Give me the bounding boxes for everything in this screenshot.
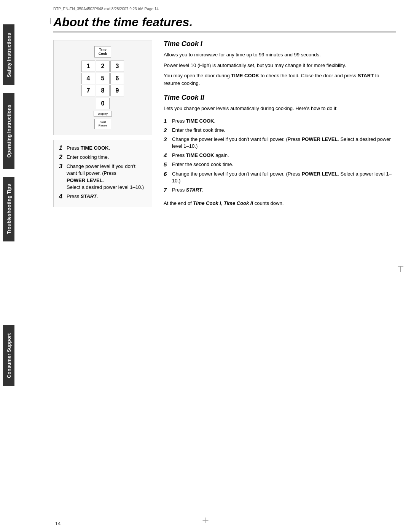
two-col-layout: Time Cook 1 2 3 4 5 6 7 8 9 0 Display <box>53 40 396 207</box>
tc2-step-2-num: 2 <box>164 127 172 134</box>
tc2-step-6-text: Change the power level if you don't want… <box>172 171 396 184</box>
key-1: 1 <box>81 61 95 72</box>
tc2-step-3-num: 3 <box>164 136 172 143</box>
time-cook-2-steps: 1 Press TIME COOK. 2 Enter the first coo… <box>164 118 396 194</box>
key-9: 9 <box>110 85 124 96</box>
sidebar-item-consumer: Consumer Support <box>3 325 14 386</box>
time-cook-2-title: Time Cook II <box>164 94 396 102</box>
page-number: 14 <box>55 521 61 526</box>
right-column: Time Cook I Allows you to microwave for … <box>164 40 396 207</box>
tc2-step-7-num: 7 <box>164 187 172 193</box>
tc2-step-4-text: Press TIME COOK again. <box>172 152 396 159</box>
footer-note: At the end of Time Cook I, Time Cook II … <box>164 200 396 207</box>
tc2-step-1-text: Press TIME COOK. <box>172 118 396 125</box>
key-2: 2 <box>96 61 110 72</box>
time-cook-1-para3: You may open the door during TIME COOK t… <box>164 72 396 87</box>
main-content: About the time features. Time Cook 1 2 3… <box>53 15 396 517</box>
time-cook-2-para1: Lets you change power levels automatical… <box>164 105 396 112</box>
left-column: Time Cook 1 2 3 4 5 6 7 8 9 0 Display <box>53 40 152 207</box>
key-0: 0 <box>96 98 110 109</box>
page-title: About the time features. <box>53 15 396 32</box>
key-7: 7 <box>81 85 95 96</box>
step-4-item: 4 Press START. <box>59 193 147 200</box>
step-3-text: Change power level if you don't want ful… <box>67 163 147 191</box>
step-4-text: Press START. <box>67 193 147 200</box>
tc2-step-2: 2 Enter the first cook time. <box>164 127 396 134</box>
time-cook-1-para2: Power level 10 (High) is automatically s… <box>164 62 396 69</box>
tc2-step-2-text: Enter the first cook time. <box>172 127 396 134</box>
tc2-step-1-num: 1 <box>164 118 172 125</box>
start-pause-label: Start Pause <box>94 119 112 129</box>
key-zero-row: 0 <box>96 98 110 109</box>
step-1-item: 1 Press TIME COOK. <box>59 145 147 152</box>
keypad-grid: 1 2 3 4 5 6 7 8 9 <box>81 61 124 96</box>
tc2-step-5: 5 Enter the second cook time. <box>164 161 396 168</box>
key-5: 5 <box>96 73 110 84</box>
step-1-text: Press TIME COOK. <box>67 145 147 152</box>
sidebar-item-operating: Operating Instructions <box>3 93 14 169</box>
sidebar-item-troubleshooting: Troubleshooting Tips <box>3 177 14 241</box>
key-4: 4 <box>81 73 95 84</box>
step-2-item: 2 Enter cooking time. <box>59 154 147 161</box>
time-cook-1-steps-box: 1 Press TIME COOK. 2 Enter cooking time.… <box>53 140 152 207</box>
display-label: Display <box>94 111 112 117</box>
tc2-step-1: 1 Press TIME COOK. <box>164 118 396 125</box>
key-6: 6 <box>110 73 124 84</box>
step-3-item: 3 Change power level if you don't want f… <box>59 163 147 191</box>
step-3-num: 3 <box>59 163 67 170</box>
file-info: DTP_EN-EN_350A4502P648.qxd 8/28/2007 9:2… <box>53 7 159 11</box>
tc2-step-4: 4 Press TIME COOK again. <box>164 152 396 159</box>
tc2-step-3: 3 Change the power level if you don't wa… <box>164 136 396 150</box>
step-4-num: 4 <box>59 193 67 200</box>
tc2-step-6: 6 Change the power level if you don't wa… <box>164 171 396 184</box>
sidebar-item-safety: Safety Instructions <box>3 24 14 85</box>
tc2-step-7-text: Press START. <box>172 187 396 193</box>
tc2-step-3-text: Change the power level if you don't want… <box>172 136 396 150</box>
step-1-num: 1 <box>59 145 67 152</box>
file-header: DTP_EN-EN_350A4502P648.qxd 8/28/2007 9:2… <box>53 7 396 11</box>
sidebar: Safety Instructions Operating Instructio… <box>0 0 49 532</box>
tc2-step-7: 7 Press START. <box>164 187 396 193</box>
time-cook-1-title: Time Cook I <box>164 40 396 48</box>
keypad-illustration: Time Cook 1 2 3 4 5 6 7 8 9 0 Display <box>53 40 152 135</box>
key-3: 3 <box>110 61 124 72</box>
step-2-num: 2 <box>59 154 67 161</box>
tc2-step-4-num: 4 <box>164 152 172 159</box>
time-cook-1-para1: Allows you to microwave for any time up … <box>164 51 396 59</box>
tc2-step-5-num: 5 <box>164 161 172 168</box>
step-2-text: Enter cooking time. <box>67 154 147 161</box>
tc2-step-6-num: 6 <box>164 171 172 177</box>
tc2-step-5-text: Enter the second cook time. <box>172 161 396 168</box>
key-8: 8 <box>96 85 110 96</box>
keypad-label: Time Cook <box>94 46 112 58</box>
